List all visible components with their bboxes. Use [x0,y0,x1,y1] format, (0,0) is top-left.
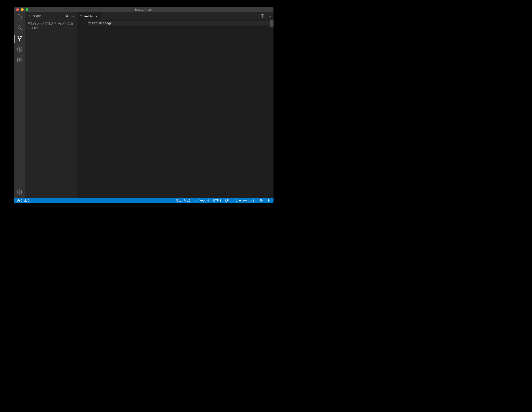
settings-gear[interactable] [16,189,23,196]
code-line[interactable]: first message. [88,21,274,26]
svg-point-14 [260,199,263,202]
eol-status[interactable]: LF [224,199,230,202]
debug-tab[interactable] [16,46,23,53]
app-window: test.txt — test [14,7,274,203]
language-mode[interactable]: プレーンテキスト [231,199,257,203]
encoding-status[interactable]: UTF-8 [212,199,222,202]
editor-group: test.txt × ··· [77,12,274,198]
tab-close-button[interactable]: × [95,15,98,18]
window-title: test.txt — test [14,8,274,11]
tab-filename: test.txt [84,15,93,18]
extensions-icon [17,57,22,64]
split-horizontal-icon [261,14,264,19]
error-count: 0 [21,199,22,202]
scrollbar-thumb[interactable] [270,20,274,27]
close-icon: × [95,15,97,18]
search-icon [17,25,22,31]
line-number: 1 [77,21,84,26]
bell-icon [267,199,270,202]
editor-more-actions[interactable]: ··· [268,15,271,18]
status-bar: 0 0 行 1、列 15 スペース: 4 UTF-8 LF プレーンテキスト [14,198,274,203]
problems-status[interactable]: 0 0 [16,199,30,202]
traffic-lights [16,8,28,11]
search-tab[interactable] [16,25,23,31]
svg-point-13 [25,201,26,202]
source-control-tab[interactable] [16,36,23,42]
notifications-button[interactable] [266,199,272,202]
warning-count: 0 [28,199,29,202]
ellipsis-icon: ··· [268,15,271,18]
overview-ruler[interactable] [270,20,274,198]
zoom-window-button[interactable] [26,8,28,11]
svg-point-0 [18,26,21,29]
cursor-position[interactable]: 行 1、列 15 [174,199,192,203]
source-control-icon [17,36,22,42]
svg-point-1 [18,36,19,37]
close-window-button[interactable] [16,8,19,11]
svg-point-3 [19,39,20,41]
panel-message: 有効なソース管理プロバイダーがありません。 [25,20,77,31]
status-left: 0 0 [14,199,30,202]
svg-rect-6 [18,58,19,60]
titlebar[interactable]: test.txt — test [14,7,274,12]
svg-rect-9 [20,58,22,60]
code-lines[interactable]: first message. [88,20,274,198]
svg-point-16 [261,200,262,200]
text-file-icon [79,15,83,18]
minimize-window-button[interactable] [21,8,24,11]
panel-more-actions[interactable]: ··· [70,14,75,19]
editor-actions: ··· [258,12,274,20]
indentation-status[interactable]: スペース: 4 [193,199,210,203]
error-icon [17,199,20,202]
svg-point-15 [260,200,261,200]
source-control-panel: ソース管理 ··· 有効なソース管理プロバイダーがありません。 [25,12,77,198]
svg-rect-7 [18,60,19,62]
ellipsis-icon: ··· [71,15,74,18]
explorer-tab[interactable] [16,14,23,21]
no-bug-icon [17,46,22,53]
svg-point-10 [19,191,20,193]
activity-bar [14,12,25,198]
code-area[interactable]: 1 first message. [77,20,274,198]
window-body: ソース管理 ··· 有効なソース管理プロバイダーがありません。 [14,12,274,198]
panel-header: ソース管理 ··· [25,12,77,20]
tab-bar: test.txt × ··· [77,12,274,20]
panel-title: ソース管理 [28,15,63,18]
scm-provider-action[interactable] [65,14,69,19]
editor-tab[interactable]: test.txt × [77,12,101,20]
extensions-tab[interactable] [16,57,23,64]
files-icon [17,14,22,21]
line-number-gutter: 1 [77,20,88,198]
feedback-button[interactable] [258,199,264,202]
status-right: 行 1、列 15 スペース: 4 UTF-8 LF プレーンテキスト [174,199,274,203]
svg-point-2 [21,36,22,37]
smiley-icon [259,199,263,202]
scm-provider-icon [65,14,69,19]
split-editor-button[interactable] [261,14,264,19]
gear-icon [17,189,22,196]
svg-rect-8 [20,60,22,62]
warning-icon [24,199,27,202]
